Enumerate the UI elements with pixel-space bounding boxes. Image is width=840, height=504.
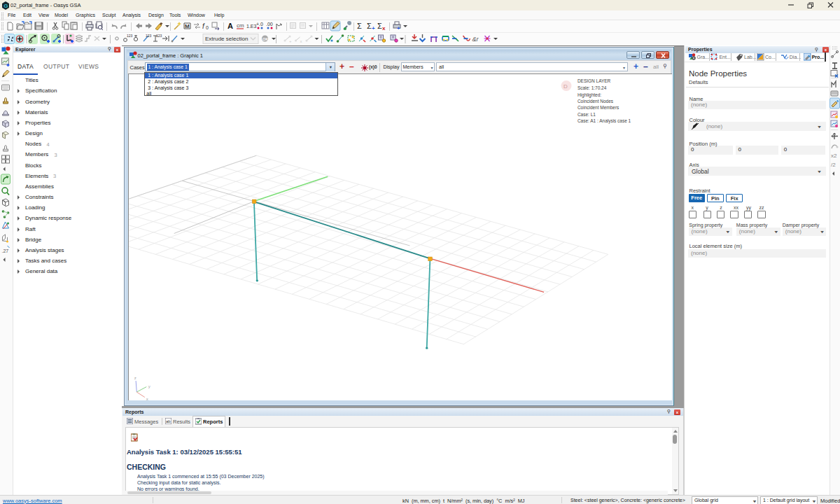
svg-text:x: x [146, 397, 148, 400]
svg-text:Highlighted:: Highlighted: [578, 92, 601, 98]
svg-text:Σ: Σ [367, 22, 372, 30]
svg-text:DESIGN LAYER: DESIGN LAYER [578, 78, 611, 83]
svg-text:z: z [134, 376, 136, 380]
svg-text:Extrude selection: Extrude selection [205, 36, 248, 42]
svg-text:123: 123 [146, 34, 152, 38]
svg-text:x: x [300, 39, 302, 43]
svg-text:f: f [202, 22, 205, 30]
svg-text:.00: .00 [266, 22, 273, 27]
svg-text:+: + [397, 25, 400, 31]
svg-text:ab: ab [166, 419, 171, 424]
svg-text:cm: cm [237, 22, 244, 29]
svg-text:A: A [227, 22, 233, 30]
svg-text:Coincident Members: Coincident Members [578, 105, 619, 110]
svg-text:Case: A1 : Analysis case 1: Case: A1 : Analysis case 1 [578, 118, 631, 124]
svg-text:.27: .27 [2, 248, 9, 253]
svg-text:&r: &r [472, 36, 479, 43]
svg-text:Coincident Nodes: Coincident Nodes [578, 99, 613, 104]
svg-text:y: y [148, 384, 150, 388]
svg-text:Σ: Σ [357, 22, 362, 30]
svg-text:123: 123 [127, 34, 133, 38]
svg-text:0: 0 [206, 25, 209, 30]
svg-text:+: + [289, 39, 292, 43]
svg-text:Scale: 1:70.24: Scale: 1:70.24 [578, 85, 607, 90]
svg-text:Case: L1: Case: L1 [578, 112, 596, 117]
svg-text:x2: x2 [831, 153, 837, 159]
svg-text:D: D [564, 83, 568, 90]
svg-text:+.0: +.0 [256, 22, 263, 27]
svg-text:OK: OK [262, 37, 268, 41]
svg-text:1.E3: 1.E3 [246, 24, 257, 29]
svg-text:x: x [382, 25, 386, 31]
svg-text:M: M [185, 23, 190, 29]
svg-text:Σ: Σ [377, 22, 382, 30]
svg-text:+: + [372, 25, 375, 31]
svg-text:123: 123 [156, 34, 162, 38]
svg-text:G: G [4, 3, 8, 9]
svg-text:/2: /2 [831, 162, 836, 168]
